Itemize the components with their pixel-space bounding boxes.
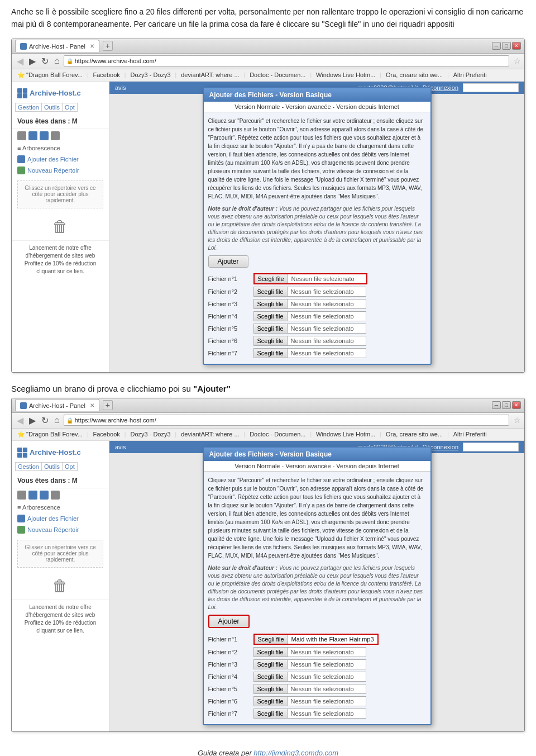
modal-description-2: Cliquez sur "Parcourir" et recherchez le… [208, 476, 426, 560]
scegli-btn-2[interactable]: Scegli file [254, 287, 288, 296]
minimize-btn-1[interactable]: ─ [492, 42, 501, 50]
scegli-btn-2-1[interactable]: Scegli file [255, 635, 288, 644]
sidebar-trash-1: 🗑 [12, 213, 109, 240]
nav-outils-1[interactable]: Outils [42, 103, 63, 112]
scegli-btn-4[interactable]: Scegli file [254, 312, 288, 321]
browser-tab-2[interactable]: Archive-Host - Panel ✕ [15, 399, 99, 411]
scegli-btn-6[interactable]: Scegli file [254, 336, 288, 345]
page-content-2: Archive-Host.c Gestion Outils Opt Vous ê… [12, 441, 524, 731]
bookmark-altri[interactable]: Altri Preferiti [451, 71, 489, 79]
ajouter-button-2[interactable]: Ajouter [208, 615, 250, 628]
modal-2: Ajouter des Fichiers - Version Basique V… [203, 446, 432, 725]
tab-close-1[interactable]: ✕ [90, 43, 94, 49]
scegli-btn-7[interactable]: Scegli file [254, 349, 288, 358]
file-label-2-5: Fichier n°5 [208, 686, 250, 692]
top-nav-1: Gestion Outils Opt [12, 101, 109, 114]
back-btn-2[interactable]: ◀ [15, 415, 25, 426]
maximize-btn-1[interactable]: □ [502, 42, 511, 50]
nouveau-label-1: Nouveau Répertoir [27, 167, 79, 174]
vous-etes-1: Vous êtes dans : M [12, 114, 109, 129]
bookmark-doctoc-2[interactable]: Doctoc - Documen... [247, 430, 308, 438]
footer-link[interactable]: http://jimding3.comdo.com [253, 749, 338, 756]
new-tab-btn-1[interactable]: + [103, 41, 113, 51]
bm-sep-2-2: | [125, 431, 126, 438]
scegli-btn-2-6[interactable]: Scegli file [254, 697, 288, 706]
address-text-2: https://www.archive-host.com/ [75, 417, 156, 424]
tab-label-1: Archive-Host - Panel [29, 43, 85, 50]
bm-sep-7: | [447, 72, 449, 78]
address-bar-1[interactable]: 🔒 https://www.archive-host.com/ [64, 55, 509, 66]
file-input-group-3: Scegli file Nessun file selezionato [253, 299, 366, 309]
back-btn-1[interactable]: ◀ [15, 56, 25, 66]
file-name-2: Nessun file selezionato [288, 287, 366, 296]
scegli-btn-5[interactable]: Scegli file [254, 324, 288, 333]
tab-close-2[interactable]: ✕ [90, 402, 94, 408]
nav-outils-2[interactable]: Outils [42, 462, 63, 471]
scegli-btn-2-7[interactable]: Scegli file [254, 709, 288, 718]
scegli-btn-2-4[interactable]: Scegli file [254, 672, 288, 681]
bookmark-altri-2[interactable]: Altri Preferiti [451, 430, 489, 438]
bookmark-deviantart-2[interactable]: deviantART: where ... [179, 430, 241, 438]
bookmark-dragonball-2[interactable]: ⭐ "Dragon Ball Forev... [15, 430, 85, 439]
ssl-icon-1: 🔒 [66, 58, 73, 64]
trash-icon-1: 🗑 [52, 217, 68, 236]
tab-label-2: Archive-Host - Panel [29, 402, 85, 409]
drop-text-2: Glissez un répertoire vers ce côté pour … [20, 544, 100, 563]
sidebar-item-ajouter-1[interactable]: Ajouter des Fichier [12, 154, 109, 165]
home-btn-1[interactable]: ⌂ [52, 56, 61, 66]
reload-btn-1[interactable]: ↻ [40, 56, 50, 66]
bookmark-doctoc[interactable]: Doctoc - Documen... [247, 71, 308, 79]
home-btn-2[interactable]: ⌂ [52, 415, 61, 425]
bookmark-facebook-2[interactable]: Facebook [91, 430, 122, 438]
new-tab-btn-2[interactable]: + [103, 400, 113, 410]
sidebar-item-ajouter-2[interactable]: Ajouter des Fichier [12, 513, 109, 524]
sidebar-icon-4 [51, 131, 60, 140]
close-btn-2[interactable]: ✕ [512, 401, 521, 409]
reload-btn-2[interactable]: ↻ [40, 415, 50, 426]
bookmark-dozy-2[interactable]: Dozy3 - Dozy3 [128, 430, 173, 438]
sidebar-item-nouveau-2[interactable]: Nouveau Répertoir [12, 524, 109, 535]
bookmark-altri-label: Altri Preferiti [453, 72, 487, 78]
scegli-btn-1[interactable]: Scegli file [255, 274, 288, 283]
scegli-btn-2-5[interactable]: Scegli file [254, 684, 288, 693]
file-list-1: Fichier n°1 Scegli file Nessun file sele… [208, 272, 426, 359]
maximize-btn-2[interactable]: □ [502, 401, 511, 409]
file-label-2-7: Fichier n°7 [208, 710, 250, 717]
bookmark-windows-live-2[interactable]: Windows Live Hotm... [314, 430, 377, 438]
file-name-5: Nessun file selezionato [288, 324, 366, 333]
close-btn-1[interactable]: ✕ [512, 42, 521, 50]
bookmark-windows-live-label-2: Windows Live Hotm... [316, 431, 375, 438]
forward-btn-1[interactable]: ▶ [27, 56, 37, 66]
modal-overlay-1: Ajouter des Fichiers - Version Basique V… [109, 82, 524, 372]
bookmark-deviantart[interactable]: deviantART: where ... [179, 71, 241, 79]
bookmark-dragonball[interactable]: ⭐ "Dragon Ball Forev... [15, 71, 85, 79]
nav-opt-1[interactable]: Opt [63, 103, 78, 112]
sidebar-item-nouveau-1[interactable]: Nouveau Répertoir [12, 165, 109, 176]
scegli-btn-2-2[interactable]: Scegli file [254, 648, 288, 657]
scegli-btn-3[interactable]: Scegli file [254, 299, 288, 308]
minimize-btn-2[interactable]: ─ [492, 401, 501, 409]
browser-tab-1[interactable]: Archive-Host - Panel ✕ [15, 40, 99, 52]
logo-sq-1 [17, 88, 22, 93]
sidebar-icon-2-3 [40, 491, 49, 500]
sidebar-icons-row-1 [12, 129, 109, 142]
ajouter-button-1[interactable]: Ajouter [208, 255, 248, 268]
scegli-btn-2-3[interactable]: Scegli file [254, 660, 288, 669]
nav-gestion-2[interactable]: Gestion [15, 462, 42, 471]
tab-favicon-1 [20, 43, 27, 50]
nav-opt-2[interactable]: Opt [63, 462, 78, 471]
forward-btn-2[interactable]: ▶ [27, 415, 37, 426]
bookmark-star-2[interactable]: ☆ [514, 416, 521, 425]
bookmark-dozy[interactable]: Dozy3 - Dozy3 [128, 71, 173, 79]
bookmark-star-1[interactable]: ☆ [514, 56, 521, 65]
bookmark-facebook[interactable]: Facebook [91, 71, 122, 79]
bm-sep-4: | [244, 72, 246, 78]
bookmark-windows-live[interactable]: Windows Live Hotm... [314, 71, 377, 79]
modal-title-2: Ajouter des Fichiers - Version Basique [204, 448, 430, 461]
nav-gestion-1[interactable]: Gestion [15, 103, 42, 112]
promo-text-1: Lancement de notre offre d'hébergement d… [25, 245, 96, 274]
bookmark-ora-2[interactable]: Ora, creare sito we... [384, 430, 445, 438]
bookmark-deviantart-label-2: deviantART: where ... [181, 431, 239, 438]
address-bar-2[interactable]: 🔒 https://www.archive-host.com/ [64, 415, 509, 426]
bookmark-ora[interactable]: Ora, creare sito we... [384, 71, 445, 79]
